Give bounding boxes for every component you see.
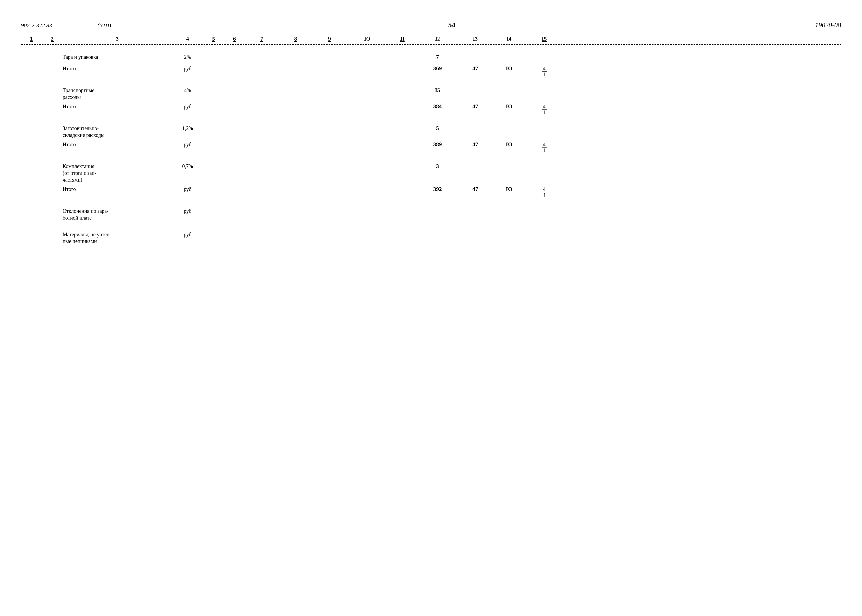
tara-itogo-col13: 47 (459, 65, 492, 72)
material-name-row: Материалы, не учтен-ные ценниками руб (21, 230, 841, 245)
group-komplekt: Комплектация(от итога с зап-частями) 0,7… (21, 162, 841, 199)
komplekt-itogo-label: Итого (63, 186, 172, 193)
transport-itogo-col15: 4 I (526, 104, 563, 115)
col-header-7: 7 (245, 35, 279, 42)
transport-itogo-label: Итого (63, 103, 172, 110)
komplekt-name-row: Комплектация(от итога с зап-частями) 0,7… (21, 162, 841, 184)
tara-itogo-row: Итого руб 369 47 IO 4 I (21, 64, 841, 78)
tara-name: Тара и упаковка (63, 53, 172, 60)
col-header-2: 2 (42, 35, 63, 42)
col-header-5: 5 (203, 35, 224, 42)
komplekt-itogo-unit: руб (172, 186, 203, 192)
tara-itogo-unit: руб (172, 66, 203, 72)
col-header-12: I2 (417, 36, 459, 42)
material-name: Материалы, не учтен-ные ценниками (63, 231, 172, 245)
zagotov-col12: 5 (417, 125, 459, 132)
col-header-10: IO (347, 36, 388, 42)
col-header-14: I4 (492, 36, 526, 42)
zagotov-itogo-col15: 4 I (526, 142, 563, 153)
zagotov-itogo-col14: IO (492, 141, 526, 148)
komplekt-itogo-row: Итого руб 392 47 IO 4 I (21, 185, 841, 199)
zagotov-itogo-label: Итого (63, 141, 172, 148)
tara-name-row: Тара и упаковка 2% 7 (21, 53, 841, 63)
komplekt-col12: 3 (417, 163, 459, 170)
col-header-9: 9 (313, 35, 347, 42)
transport-itogo-col12: 384 (417, 103, 459, 110)
material-unit: руб (172, 231, 203, 237)
col-header-3: 3 (63, 36, 172, 42)
col-header-15: I5 (526, 35, 563, 42)
zagotov-name: Заготовительно-складские расходы (63, 125, 172, 138)
komplekt-itogo-col15: 4 I (526, 187, 563, 198)
page-wrapper: 902-2-372 83 (УШ) 54 19020-08 1 2 3 4 5 … (21, 21, 841, 245)
table-body: Тара и упаковка 2% 7 Итого руб 369 47 IO… (21, 53, 841, 245)
otklon-name: Отклонения по зара-ботной плате (63, 207, 172, 221)
transport-itogo-col14: IO (492, 103, 526, 110)
doc-number: 902-2-372 83 (21, 22, 78, 29)
column-headers: 1 2 3 4 5 6 7 8 9 IO II I2 I3 I4 I5 (21, 32, 841, 45)
komplekt-name: Комплектация(от итога с зап-частями) (63, 163, 172, 183)
col-header-1: 1 (21, 35, 42, 42)
transport-name: Транспортныерасходы (63, 87, 172, 101)
group-zagotov: Заготовительно-складские расходы 1,2% 5 … (21, 124, 841, 154)
gost-number: 19020-08 (774, 21, 841, 29)
col-header-4: 4 (172, 36, 203, 42)
zagotov-itogo-row: Итого руб 389 47 IO 4 I (21, 140, 841, 154)
tara-unit: 2% (172, 54, 203, 60)
tara-col12: 7 (417, 53, 459, 60)
transport-name-row: Транспортныерасходы 4% I5 (21, 86, 841, 101)
group-material: Материалы, не учтен-ные ценниками руб (21, 230, 841, 245)
doc-type: (УШ) (78, 22, 131, 29)
zagotov-unit: 1,2% (172, 126, 203, 131)
col-header-11: II (388, 35, 417, 42)
transport-itogo-unit: руб (172, 104, 203, 110)
komplekt-itogo-col13: 47 (459, 186, 492, 193)
group-tara: Тара и упаковка 2% 7 Итого руб 369 47 IO… (21, 53, 841, 78)
otklon-name-row: Отклонения по зара-ботной плате руб (21, 207, 841, 222)
transport-col12: I5 (417, 87, 459, 94)
komplekt-itogo-col14: IO (492, 186, 526, 193)
header: 902-2-372 83 (УШ) 54 19020-08 (21, 21, 841, 29)
komplekt-itogo-col12: 392 (417, 186, 459, 193)
zagotov-itogo-col12: 389 (417, 141, 459, 148)
zagotov-itogo-unit: руб (172, 141, 203, 148)
col-header-6: 6 (224, 35, 245, 42)
tara-itogo-col15: 4 I (526, 66, 563, 77)
col-header-8: 8 (279, 35, 313, 42)
tara-itogo-col14: IO (492, 65, 526, 72)
zagotov-name-row: Заготовительно-складские расходы 1,2% 5 (21, 124, 841, 140)
tara-itogo-label: Итого (63, 65, 172, 72)
transport-itogo-col13: 47 (459, 103, 492, 110)
group-transport: Транспортныерасходы 4% I5 Итого руб 384 … (21, 86, 841, 116)
otklon-unit: руб (172, 208, 203, 214)
transport-unit: 4% (172, 87, 203, 93)
tara-itogo-col12: 369 (417, 65, 459, 72)
col-header-13: I3 (459, 36, 492, 42)
transport-itogo-row: Итого руб 384 47 IO 4 I (21, 102, 841, 116)
page-number: 54 (131, 21, 774, 29)
zagotov-itogo-col13: 47 (459, 141, 492, 148)
group-otklon: Отклонения по зара-ботной плате руб (21, 207, 841, 222)
komplekt-unit: 0,7% (172, 163, 203, 169)
